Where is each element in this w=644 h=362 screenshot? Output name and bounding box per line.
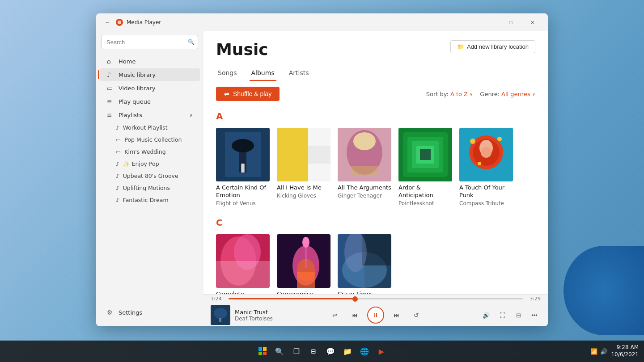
prev-button[interactable]: ⏮ (347, 308, 362, 322)
home-label: Home (119, 58, 136, 65)
sidebar-subitem-uplifting[interactable]: ♪ Uplifting Motions (100, 182, 200, 194)
svg-rect-19 (420, 149, 431, 160)
fullscreen-button[interactable]: ⛶ (496, 309, 508, 321)
album-art-arguments (338, 128, 391, 181)
taskbar-right: 📶 🔊 9:28 AM 10/6/2021 (590, 344, 639, 358)
sort-control[interactable]: Sort by: A to Z ∨ (426, 91, 473, 97)
sidebar-item-settings[interactable]: ⚙ Settings (100, 306, 200, 319)
add-library-button[interactable]: 📁 Add new library location (450, 40, 535, 53)
svg-rect-5 (242, 164, 244, 173)
sidebar-bottom: ⚙ Settings (96, 302, 203, 323)
taskbar-sys-icons: 📶 🔊 (590, 348, 607, 355)
taskbar-widgets[interactable]: ⊟ (306, 344, 321, 358)
sidebar-subitem-kims-wedding[interactable]: ▭ Kim's Wedding (100, 146, 200, 157)
taskbar-search[interactable]: 🔍 (272, 344, 287, 358)
tabs: Songs Albums Artists (216, 66, 535, 80)
taskbar: 🔍 ❐ ⊟ 💬 📁 🌐 ▶ 📶 🔊 9:28 AM 10/6/2021 (0, 341, 644, 362)
sidebar-subitem-workout[interactable]: ♪ Workout Playlist (100, 122, 200, 133)
tab-albums[interactable]: Albums (250, 66, 276, 81)
progress-track[interactable] (229, 298, 523, 299)
svg-rect-31 (216, 261, 270, 288)
now-playing-bar: 1:24 3:29 (203, 294, 548, 326)
playlist-label-2: Kim's Wedding (124, 148, 165, 155)
album-title-crazy: Crazy Times (338, 290, 391, 294)
genre-control[interactable]: Genre: All genres ∨ (480, 91, 535, 97)
playlist-label-5: Uplifting Motions (123, 185, 170, 191)
playlist-icon-0: ♪ (116, 125, 119, 131)
sidebar-subitem-pop-collection[interactable]: ▭ Pop Music Collection (100, 134, 200, 145)
taskbar-chat[interactable]: 💬 (323, 344, 338, 358)
sort-genre-controls: Sort by: A to Z ∨ Genre: All genres ∨ (426, 91, 535, 97)
repeat-button[interactable]: ↺ (409, 308, 424, 322)
clock-date: 10/6/2021 (611, 351, 639, 358)
sidebar-item-video-library[interactable]: ▭ Video library (100, 82, 200, 94)
search-icon[interactable]: 🔍 (188, 39, 195, 45)
svg-point-27 (478, 162, 481, 165)
album-certain-kind[interactable]: A Certain Kind Of Emotion Flight of Venu… (216, 128, 270, 206)
svg-point-44 (214, 308, 227, 319)
album-art-compromise (277, 234, 330, 288)
sort-label: Sort by: (426, 91, 449, 97)
taskbar-center: 🔍 ❐ ⊟ 💬 📁 🌐 ▶ (255, 344, 389, 358)
taskbar-browser[interactable]: 🌐 (357, 344, 372, 358)
album-art-ihave (277, 128, 330, 181)
sidebar-subitem-upbeat[interactable]: ♪ Upbeat 80's Groove (100, 170, 200, 181)
home-icon: ⌂ (107, 58, 114, 65)
svg-rect-13 (351, 166, 378, 175)
svg-point-4 (232, 139, 254, 152)
tab-songs[interactable]: Songs (216, 66, 239, 81)
queue-icon: ≡ (107, 98, 114, 105)
miniplayer-button[interactable]: ⊟ (512, 309, 525, 321)
next-button[interactable]: ⏭ (390, 308, 404, 322)
album-touch-punk[interactable]: A Touch Of Your Punk Compass Tribute (459, 128, 513, 206)
taskbar-media[interactable]: ▶ (374, 344, 389, 358)
taskbar-taskview[interactable]: ❐ (289, 344, 304, 358)
svg-rect-46 (258, 347, 262, 351)
maximize-button[interactable]: □ (500, 15, 521, 29)
media-player-window: ← Media Player — □ ✕ 🔍 ⌂ Home ♪ Music li… (96, 13, 548, 326)
window-body: 🔍 ⌂ Home ♪ Music library ▭ Video library… (96, 31, 548, 326)
close-button[interactable]: ✕ (522, 15, 542, 29)
album-all-i-have[interactable]: All I Have Is Me Kicking Gloves (277, 128, 330, 206)
start-button[interactable] (255, 344, 270, 358)
back-button[interactable]: ← (102, 16, 114, 29)
pause-button[interactable]: ⏸ (367, 307, 384, 324)
playlists-icon: ≡ (107, 111, 114, 118)
music-library-label: Music library (119, 72, 156, 78)
sidebar-item-home[interactable]: ⌂ Home (100, 55, 200, 67)
time-current: 1:24 (211, 296, 225, 302)
album-arguments[interactable]: All The Arguments Ginger Teenager (338, 128, 391, 206)
playlist-icon-2: ▭ (116, 149, 121, 155)
sidebar-subitem-fantastic[interactable]: ♪ Fantastic Dream (100, 194, 200, 206)
tab-artists[interactable]: Artists (287, 66, 311, 81)
window-controls: — □ ✕ (479, 15, 542, 29)
album-artist-ardor: Pointlessknot (398, 200, 452, 206)
album-title-compromise: Compromise Moves Fast (277, 290, 330, 294)
genre-label: Genre: (480, 91, 500, 97)
sidebar-item-music-library[interactable]: ♪ Music library (100, 68, 200, 81)
settings-label: Settings (119, 309, 142, 316)
album-art-crazy (338, 234, 391, 288)
svg-point-0 (118, 21, 121, 24)
sidebar-item-play-queue[interactable]: ≡ Play queue (100, 95, 200, 108)
albums-row-a: A Certain Kind Of Emotion Flight of Venu… (216, 128, 535, 206)
shuffle-play-button[interactable]: ⇌ Shuffle & play (216, 87, 280, 101)
album-ardor[interactable]: Ardor & Anticipation Pointlessknot (398, 128, 452, 206)
more-button[interactable]: ••• (528, 309, 541, 321)
taskbar-explorer[interactable]: 📁 (340, 344, 355, 358)
shuffle-button[interactable]: ⇌ (328, 308, 342, 322)
search-box: 🔍 (102, 35, 198, 49)
album-title-certain: A Certain Kind Of Emotion (216, 184, 270, 199)
sort-arrow: ∨ (470, 92, 473, 97)
video-icon: ▭ (107, 84, 114, 92)
album-complete-strangers[interactable]: Complete Strangers Corbin Revival (216, 234, 270, 294)
search-input[interactable] (102, 35, 198, 49)
sidebar-subitem-enjoy-pop[interactable]: ♪ ✨ Enjoy Pop (100, 158, 200, 169)
album-crazy-times[interactable]: Crazy Times Saving Gabrielle (338, 234, 391, 294)
minimize-button[interactable]: — (479, 15, 500, 29)
volume-button[interactable]: 🔊 (480, 309, 492, 321)
sidebar-item-playlists[interactable]: ≡ Playlists ∧ (100, 109, 200, 121)
album-compromise[interactable]: Compromise Moves Fast Pete Brown (277, 234, 330, 294)
settings-icon: ⚙ (107, 309, 114, 316)
now-playing-info: Manic Trust Deaf Tortoises (211, 305, 291, 325)
